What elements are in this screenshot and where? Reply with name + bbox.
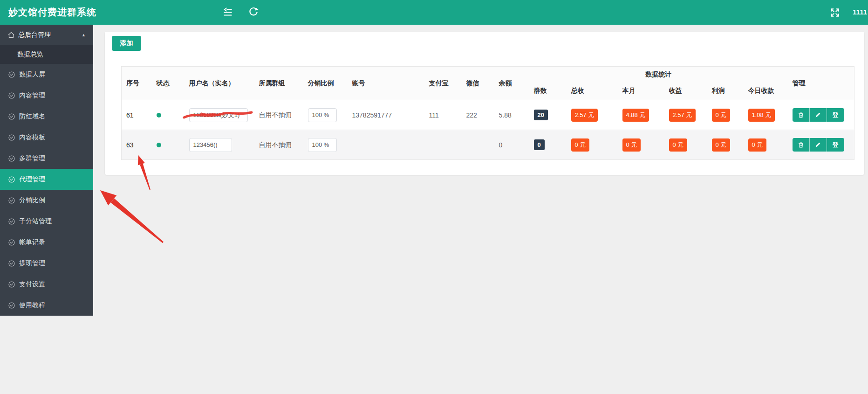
current-user[interactable]: 1111: [853, 8, 867, 16]
pencil-icon: [815, 142, 821, 148]
check-badge-icon: [8, 155, 15, 162]
sidebar-item-tutorial[interactable]: 使用教程: [0, 295, 93, 316]
cell-profit: 0 元: [707, 100, 744, 130]
check-badge-icon: [8, 92, 15, 99]
col-header-manage: 管理: [788, 67, 854, 100]
ratio-input[interactable]: [308, 138, 337, 152]
sidebar-item-label: 帐单记录: [19, 238, 45, 247]
sidebar-group-admin[interactable]: 总后台管理 ▲: [0, 25, 93, 45]
sidebar-item-content-manage[interactable]: 内容管理: [0, 85, 93, 106]
month-income-badge: 0 元: [622, 138, 641, 152]
edit-button[interactable]: [810, 108, 827, 122]
cell-month: 0 元: [618, 130, 664, 160]
home-icon: [7, 31, 15, 39]
col-header-ratio: 分销比例: [303, 67, 348, 100]
cell-wechat: 222: [462, 100, 494, 130]
cell-income: 2.57 元: [664, 100, 707, 130]
cell-today: 1.08 元: [744, 100, 788, 130]
cell-income: 0 元: [664, 130, 707, 160]
check-badge-icon: [8, 113, 15, 120]
sidebar-item-label: 数据大屏: [19, 70, 45, 79]
app-title: 妙文馆付费进群系统: [0, 6, 96, 19]
sidebar-item-withdraw-manage[interactable]: 提现管理: [0, 253, 93, 274]
check-badge-icon: [8, 134, 15, 141]
col-header-seq: 序号: [122, 67, 152, 100]
col-header-alipay: 支付宝: [424, 67, 462, 100]
col-header-username: 用户名（实名）: [185, 67, 254, 100]
content-card: 添加 序号 状态 用户名（实名） 所属群组 分销比例 账号 支付宝: [105, 32, 864, 175]
sidebar-item-payment-settings[interactable]: 支付设置: [0, 274, 93, 295]
cell-status: [152, 130, 185, 160]
cell-today: 0 元: [744, 130, 788, 160]
username-input[interactable]: [189, 108, 248, 122]
sidebar-item-multi-group[interactable]: 多群管理: [0, 148, 93, 169]
add-button[interactable]: 添加: [112, 36, 141, 51]
sidebar: 总后台管理 ▲ 数据总览 数据大屏 内容管理 防红域名 内容模板 多群管理 代理…: [0, 25, 93, 316]
ratio-input[interactable]: [308, 108, 337, 122]
cell-ratio: [303, 100, 348, 130]
login-as-button[interactable]: 登: [827, 138, 844, 152]
groups-count-badge: 20: [534, 110, 548, 120]
sidebar-item-distribution-ratio[interactable]: 分销比例: [0, 190, 93, 211]
cell-ratio: [303, 130, 348, 160]
topbar: 妙文馆付费进群系统 1111: [0, 0, 868, 25]
sidebar-item-label: 代理管理: [19, 175, 45, 184]
collapse-sidebar-icon[interactable]: [223, 7, 233, 17]
cell-group: 自用不抽佣: [254, 100, 303, 130]
income-badge: 0 元: [669, 138, 688, 152]
sidebar-item-agent-manage[interactable]: 代理管理: [0, 169, 93, 190]
agent-table: 序号 状态 用户名（实名） 所属群组 分销比例 账号 支付宝 微信 余额 数据统…: [121, 66, 854, 160]
table-row: 61 自用不抽佣: [122, 100, 854, 130]
username-input[interactable]: [189, 138, 232, 152]
cell-account: [348, 130, 424, 160]
cell-balance: 5.88: [494, 100, 529, 130]
cell-alipay: [424, 130, 462, 160]
table-row: 63 自用不抽佣 0 0 0 元 0 元 0 元: [122, 130, 854, 160]
check-badge-icon: [8, 260, 15, 267]
cell-balance: 0: [494, 130, 529, 160]
sidebar-item-content-template[interactable]: 内容模板: [0, 127, 93, 148]
total-income-badge: 2.57 元: [571, 109, 598, 122]
col-header-today: 今日收款: [744, 83, 788, 100]
trash-icon: [798, 142, 804, 148]
fullscreen-icon[interactable]: [830, 7, 840, 18]
cell-seq: 61: [122, 100, 152, 130]
col-header-profit: 利润: [707, 83, 744, 100]
check-badge-icon: [8, 71, 15, 78]
col-header-month: 本月: [618, 83, 664, 100]
check-badge-icon: [8, 302, 15, 309]
delete-button[interactable]: [793, 138, 810, 152]
status-dot: [157, 143, 161, 147]
cell-group: 自用不抽佣: [254, 130, 303, 160]
sidebar-item-label: 支付设置: [19, 280, 45, 289]
sidebar-item-label: 子分站管理: [19, 217, 52, 226]
sidebar-item-label: 提现管理: [19, 259, 45, 268]
col-header-balance: 余额: [494, 67, 529, 100]
trash-icon: [798, 112, 804, 118]
check-badge-icon: [8, 281, 15, 288]
sidebar-item-label: 防红域名: [19, 112, 45, 121]
sidebar-item-label: 数据总览: [17, 50, 43, 59]
check-badge-icon: [8, 218, 15, 225]
cell-username: [185, 100, 254, 130]
sidebar-item-data-overview[interactable]: 数据总览: [0, 45, 93, 64]
sidebar-item-data-screen[interactable]: 数据大屏: [0, 64, 93, 85]
sidebar-item-label: 分销比例: [19, 196, 45, 205]
edit-button[interactable]: [810, 138, 827, 152]
col-header-income: 收益: [664, 83, 707, 100]
sidebar-item-bill-record[interactable]: 帐单记录: [0, 232, 93, 253]
today-income-badge: 1.08 元: [748, 109, 775, 122]
status-dot: [157, 113, 161, 118]
cell-alipay: 111: [424, 100, 462, 130]
col-header-group: 所属群组: [254, 67, 303, 100]
sidebar-item-antired-domain[interactable]: 防红域名: [0, 106, 93, 127]
delete-button[interactable]: [793, 108, 810, 122]
login-as-button[interactable]: 登: [827, 108, 844, 122]
sidebar-item-label: 内容模板: [19, 133, 45, 142]
refresh-icon[interactable]: [248, 7, 259, 17]
month-income-badge: 4.88 元: [622, 109, 649, 122]
sidebar-item-substation-manage[interactable]: 子分站管理: [0, 211, 93, 232]
col-header-status: 状态: [152, 67, 185, 100]
profit-badge: 0 元: [712, 138, 731, 152]
sidebar-item-label: 多群管理: [19, 154, 45, 163]
